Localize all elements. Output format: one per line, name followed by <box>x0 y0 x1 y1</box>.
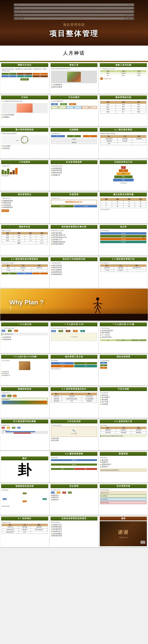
slide-14-3: 感谢 📖 谢谢 Thank You <box>98 516 148 548</box>
slide-3-2-content: 过程控制模型结构 输入 → 处理 → 输出 约束条件 使能因素 <box>50 132 98 145</box>
slide-8-3-header: 一个人的计划-GTD续 <box>100 322 147 326</box>
slide-8-3-content: GTD系统实践详解 收件箱清零原则 两分钟原则 下一步行动 等待清单管理 今天 … <box>100 327 147 342</box>
slide-row-2: 方法论 方法论概述及在项目管理中的应用 方法论应用场景 实践要点 方法论模式 <box>0 94 148 127</box>
slide-4-1-content: 工作成果记录表 成果完成度统计 <box>1 165 48 177</box>
slide-7-1-header: 4.2 制定项目综合管理报告 <box>1 257 48 261</box>
slide-3-3-header: 4.1 制定项目章程 <box>100 128 147 132</box>
slide-6-2-header: 项目整体管理的主要内容 <box>50 225 98 229</box>
slide-11-1-content: 进度调整方法论 延误 → 分析 → 调整 → 跟踪 甘特图调整示意 任 <box>1 424 48 434</box>
slide-8-2: 一个人的计划-GTD GTD (Get Things Done) 方法论 收集 … <box>50 321 99 353</box>
slide-7-3: 4.3 制定项目管理计划 管理计划制定方法 输入工具输出 项目章程专家判断项目管… <box>98 256 148 288</box>
slide-13-3-content: 安全管理详细流程 风险识别与分类 安全策略制定 安全控制实施 安全审计与监控 <box>100 489 147 504</box>
slide-9-1-header: 一个人的计划-GTD详解 <box>1 355 48 359</box>
slide-3-1: 最小闭环管理流程 管理闭环说明及实践指导 计划 执行 检查 改进 <box>0 127 50 158</box>
slide-11-1: 对工程进度时间的调整 进度调整方法论 延误 → 分析 → 调整 → 跟踪 甘特图… <box>0 418 50 450</box>
slide-4-3-header: 识别好的评估方法 <box>100 160 147 164</box>
slide-7-1-content: 报告制定说明与内容要求 输入工具输出 章程分析技术管理计划 子计划会议 范围 时… <box>1 262 48 275</box>
slide-8-2-content: GTD (Get Things Done) 方法论 收集 → 处理 → 组织 →… <box>50 327 98 341</box>
slide-13-3-header: 安全管理详情 <box>100 484 147 488</box>
slide-13-1: 智能转轨前进后续 后续发展路线 核心 分支A 分支B 分支C 发展路径网络图 <box>0 483 50 515</box>
slide-4-2: 多业务管理成果 多业务管理的核心成果 业务整合报告 资源分配方案 绩效评估结果 … <box>50 159 99 191</box>
slide-2-3-content: 方面传统现代 计划固定灵活 执行串行并行 控制事后实时 收尾单一持续 <box>100 100 147 114</box>
book-title-section: 人月神话 <box>0 46 148 61</box>
slide-1-2-content: 策划工具的选择与应用方法介绍 工具选择标准 使用注意事项 <box>50 68 98 88</box>
slide-row-11: 对工程进度时间的调整 进度调整方法论 延误 → 分析 → 调整 → 跟踪 甘特图… <box>0 418 148 451</box>
slide-9-3-content: 个人过程管理流程 收集 ↓ 整理 ↓ 执行 <box>100 359 147 369</box>
slide-2-3-header: 整体管理的比较 <box>100 96 147 99</box>
slide-9-2-header: 项目管理工具介绍 <box>50 355 98 359</box>
slide-9-3: 我的过程管理 个人过程管理流程 收集 ↓ 整理 ↓ 执行 <box>98 354 148 386</box>
slide-4-1-header: 工作结果单 <box>1 160 48 164</box>
slide-10-3-header: 可交付成果 <box>100 387 147 391</box>
slide-11-2: 工作任务安排 任务安排与分配说明 🔧 工作工具示意 任务分解 责任分配 <box>50 418 99 450</box>
svg-text:改进: 改进 <box>16 140 18 141</box>
book-title: 人月神话 <box>4 50 144 56</box>
slide-6-3-header: 知识库 <box>100 225 147 229</box>
slide-12-2-header: 4.6 整体变更控制 <box>50 452 98 456</box>
slide-7-2-content: 工作流程的关键内容 项目启动阶段 规划设计阶段 执行实施阶段 监控跟踪阶段 收尾… <box>50 262 98 276</box>
slide-12-3-header: 配置管理 <box>100 452 147 456</box>
slide-row-3: 最小闭环管理流程 管理闭环说明及实践指导 计划 执行 检查 改进 <box>0 127 148 159</box>
slide-5-2-header: 价值管理 <box>50 192 98 196</box>
slide-4-2-header: 多业务管理成果 <box>50 160 98 164</box>
slide-7-3-content: 管理计划制定方法 输入工具输出 项目章程专家判断项目管理计划 子计划引导技术 <box>100 262 147 273</box>
slide-10-1-content: 前进路线规划方法 阶段1 ▶ 阶段2 ▶ 阶段3 转轨路线图示意 <box>1 392 48 406</box>
slide-row-5: 项目管理亮点 主要管理亮点分析 快速响应机制 透明化管理 全流程追踪 风险预警系… <box>0 192 148 224</box>
slide-10-2: 4.4 指导和管理项目执行 输入工具输出 管理计划专家判断可交付成果 变更请求项… <box>50 386 99 418</box>
slide-11-3: 4.5 监控实现工具 监控工具说明 输入工具输出 绩效数据分析技术变更请求 管理… <box>98 418 148 450</box>
slide-11-1-header: 对工程进度时间的调整 <box>1 420 48 424</box>
slide-5-3-header: 通过估算法决策问题 <box>100 192 147 196</box>
slide-10-2-content: 输入工具输出 管理计划专家判断可交付成果 变更请求项目管理信息系统工作绩效数据 … <box>50 392 98 404</box>
slide-9-2: 项目管理工具介绍 常用工具概述 MS Project Jira 禅道 Trell… <box>50 354 99 386</box>
slide-6-1-content: 绩效评估方法说明 指标权重得分加权 进度30%8525.5 质量40%9036 … <box>1 230 48 245</box>
svg-text:执行: 执行 <box>27 140 29 141</box>
slide-6-1: 绩效评估法 绩效评估方法说明 指标权重得分加权 进度30%8525.5 质量40… <box>0 224 50 256</box>
slide-9-1: 一个人的计划-GTD详解 GTD工具箱示意 📥 物理收件箱 数字收件箱 快速捕获… <box>0 354 50 386</box>
hero-section: Esc Del Cap Shift Shift Ctrl Ctrl 项目管理培训… <box>0 0 148 46</box>
slide-11-3-content: 监控工具说明 输入工具输出 绩效数据分析技术变更请求 管理计划专家判断绩效报告 … <box>100 424 147 438</box>
slide-12-1: 概括 卦 <box>0 451 50 483</box>
slide-3-3: 4.1 制定项目章程 章程制定步骤与内容要素 输入工具输出 项目说明书专家判断项… <box>98 127 148 158</box>
slide-1-3-header: 策略工具对比图 <box>100 63 147 67</box>
slide-9-2-content: 常用工具概述 MS Project Jira 禅道 Trello 选择适合团队的… <box>50 359 98 370</box>
slide-row-1: 策略与方法论 项目管理方法论基础，掌握策略与方法的核心要素，包括需求分析、架构设… <box>0 62 148 94</box>
slide-7-3-header: 4.3 制定项目管理计划 <box>100 257 147 261</box>
svg-text:计划: 计划 <box>22 138 24 139</box>
slide-12-3: 配置管理 配置管理说明 版本控制 配置标识 配置状态统计 配置审计 配置管理是整… <box>98 451 148 483</box>
hero-title: 项目整体管理 <box>50 29 98 39</box>
slide-5-2: 价值管理 价值管理核心内容 请参看相应的幻灯片!! 商业价值 用户价值 <box>50 192 99 223</box>
slide-1-3: 策略工具对比图 一个分析的例子(从工具方面)： 工具A 工具B 工具C 功能多 … <box>98 62 148 94</box>
slide-12-3-content: 配置管理说明 版本控制 配置标识 配置状态统计 配置审计 配置管理是整体变更控制… <box>100 456 147 472</box>
slide-12-2: 4.6 整体变更控制 变更控制流程 变更申请 ↓ 变更评估 ↓ 批准 拒绝 <box>50 451 99 483</box>
slide-5-3-content: 方案成本风险价值 A低高高 B中中中 C高低低 综合评估决策矩阵 <box>100 197 147 211</box>
slide-row-4: 工作结果单 工作成果记录表 成果完成度统计 多业务 <box>0 159 148 192</box>
slide-7-1: 4.2 制定项目综合管理报告 报告制定说明与内容要求 输入工具输出 章程分析技术… <box>0 256 50 288</box>
slides-container: 策略与方法论 项目管理方法论基础，掌握策略与方法的核心要素，包括需求分析、架构设… <box>0 62 148 548</box>
slide-14-1-content: 项目收尾工作清单 输入工具输出 管理计划专家判断最终报告 验收交付物分析技术组织… <box>1 521 48 534</box>
slide-1-1-header: 策略与方法论 <box>1 63 48 67</box>
svg-text:检查: 检查 <box>22 142 24 143</box>
slide-row-9: 一个人的计划-GTD详解 GTD工具箱示意 📥 物理收件箱 数字收件箱 快速捕获… <box>0 354 148 386</box>
slide-10-2-header: 4.4 指导和管理项目执行 <box>50 387 98 391</box>
slide-6-2-content: 项目整体管理六大过程组 制定项目章程 制定项目管理计划 指导和管理项目工作 监控… <box>50 230 98 246</box>
slide-row-13: 智能转轨前进后续 后续发展路线 核心 分支A 分支B 分支C 发展路径网络图 安… <box>0 483 148 516</box>
slide-5-3: 通过估算法决策问题 方案成本风险价值 A低高高 B中中中 C高低低 综合评估决策… <box>98 192 148 223</box>
slide-14-1: 4.7 结束项目 项目收尾工作清单 输入工具输出 管理计划专家判断最终报告 验收… <box>0 516 50 548</box>
why-plan-title: Why Plan ? <box>9 299 44 306</box>
slide-8-1-content: 个人计划管理的核心要素 目标 → 计划 → 执行 个人效率管理方法论 <box>1 327 48 341</box>
slide-6-3-content: 知识管理系统架构 知识收集 知识整理 知识分享 知识应用 👤 <box>100 230 147 244</box>
slide-13-2-header: 安全管理 <box>50 484 98 488</box>
slide-2-1-content: 方法论概述及在项目管理中的应用 方法论应用场景 实践要点 <box>1 100 48 118</box>
slide-10-1-header: 智能转轨前进 <box>1 387 48 391</box>
slide-10-1: 智能转轨前进 前进路线规划方法 阶段1 ▶ 阶段2 ▶ 阶段3 转轨路线图示意 <box>0 386 50 418</box>
slide-6-1-header: 绩效评估法 <box>1 225 48 229</box>
slide-8-2-header: 一个人的计划-GTD <box>50 322 98 326</box>
slide-11-3-header: 4.5 监控实现工具 <box>100 420 147 424</box>
slide-11-2-header: 工作任务安排 <box>50 420 98 424</box>
slide-row-7: 4.2 制定项目综合管理报告 报告制定说明与内容要求 输入工具输出 章程分析技术… <box>0 256 148 288</box>
slide-row-6: 绩效评估法 绩效评估方法说明 指标权重得分加权 进度30%8525.5 质量40… <box>0 224 148 256</box>
slide-5-1: 项目管理亮点 主要管理亮点分析 快速响应机制 透明化管理 全流程追踪 风险预警系… <box>0 192 50 223</box>
slide-2-1: 方法论 方法论概述及在项目管理中的应用 方法论应用场景 实践要点 <box>0 94 50 126</box>
slide-5-1-header: 项目管理亮点 <box>1 192 48 196</box>
slide-3-1-header: 最小闭环管理流程 <box>1 128 48 132</box>
